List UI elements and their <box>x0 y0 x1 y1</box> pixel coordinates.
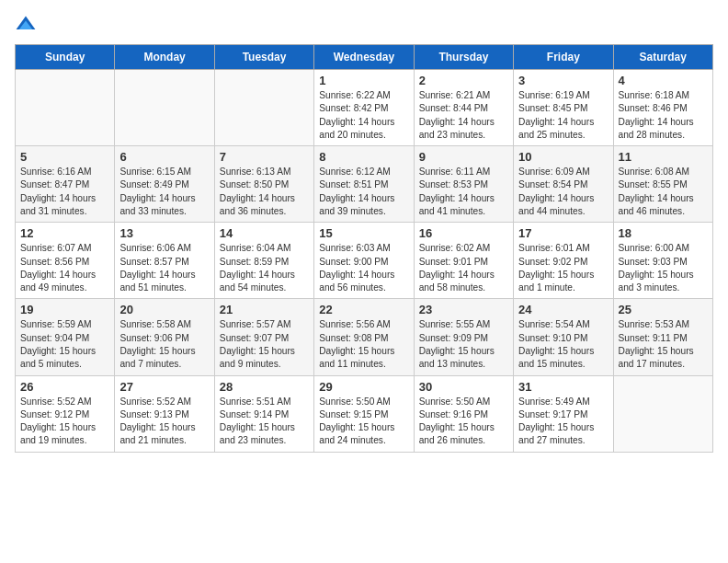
day-info: Sunrise: 5:51 AMSunset: 9:14 PMDaylight:… <box>220 396 309 448</box>
day-number: 31 <box>518 380 608 394</box>
day-number: 5 <box>20 150 109 164</box>
day-cell <box>214 70 313 146</box>
day-number: 24 <box>518 303 608 316</box>
col-header-saturday: Saturday <box>613 45 712 70</box>
day-cell: 19Sunrise: 5:59 AMSunset: 9:04 PMDayligh… <box>16 299 115 375</box>
day-info: Sunrise: 6:04 AMSunset: 8:59 PMDaylight:… <box>220 242 309 294</box>
day-info: Sunrise: 6:22 AMSunset: 8:42 PMDaylight:… <box>319 89 408 142</box>
day-info: Sunrise: 5:53 AMSunset: 9:11 PMDaylight:… <box>619 318 708 371</box>
day-number: 13 <box>119 226 209 240</box>
day-info: Sunrise: 6:07 AMSunset: 8:56 PMDaylight:… <box>20 242 109 294</box>
day-cell <box>115 70 214 146</box>
day-cell: 30Sunrise: 5:50 AMSunset: 9:16 PMDayligh… <box>414 375 513 452</box>
col-header-tuesday: Tuesday <box>214 45 313 70</box>
day-info: Sunrise: 5:49 AMSunset: 9:17 PMDaylight:… <box>518 396 608 448</box>
day-cell: 13Sunrise: 6:06 AMSunset: 8:57 PMDayligh… <box>115 223 214 299</box>
day-cell: 29Sunrise: 5:50 AMSunset: 9:15 PMDayligh… <box>314 375 414 452</box>
day-number: 18 <box>619 226 708 240</box>
day-number: 19 <box>20 303 109 316</box>
day-cell: 18Sunrise: 6:00 AMSunset: 9:03 PMDayligh… <box>613 223 712 299</box>
week-row-4: 19Sunrise: 5:59 AMSunset: 9:04 PMDayligh… <box>16 299 713 375</box>
day-number: 23 <box>419 303 508 316</box>
week-row-5: 26Sunrise: 5:52 AMSunset: 9:12 PMDayligh… <box>16 375 713 452</box>
day-number: 9 <box>419 150 508 164</box>
day-cell: 12Sunrise: 6:07 AMSunset: 8:56 PMDayligh… <box>16 223 115 299</box>
day-info: Sunrise: 6:21 AMSunset: 8:44 PMDaylight:… <box>419 89 508 142</box>
calendar-body: 1Sunrise: 6:22 AMSunset: 8:42 PMDaylight… <box>16 70 713 453</box>
day-cell: 31Sunrise: 5:49 AMSunset: 9:17 PMDayligh… <box>514 375 613 452</box>
day-number: 6 <box>119 150 209 164</box>
day-info: Sunrise: 5:55 AMSunset: 9:09 PMDaylight:… <box>419 318 508 371</box>
day-cell: 17Sunrise: 6:01 AMSunset: 9:02 PMDayligh… <box>514 223 613 299</box>
day-cell: 3Sunrise: 6:19 AMSunset: 8:45 PMDaylight… <box>514 70 613 146</box>
day-number: 27 <box>119 380 209 394</box>
calendar-table: SundayMondayTuesdayWednesdayThursdayFrid… <box>15 44 713 453</box>
logo <box>15 15 40 37</box>
day-cell: 27Sunrise: 5:52 AMSunset: 9:13 PMDayligh… <box>115 375 214 452</box>
day-number: 17 <box>518 226 608 240</box>
day-number: 10 <box>518 150 608 164</box>
day-number: 11 <box>619 150 708 164</box>
col-header-thursday: Thursday <box>414 45 513 70</box>
day-info: Sunrise: 6:12 AMSunset: 8:51 PMDaylight:… <box>319 166 408 218</box>
day-cell: 24Sunrise: 5:54 AMSunset: 9:10 PMDayligh… <box>514 299 613 375</box>
day-number: 12 <box>20 226 109 240</box>
day-info: Sunrise: 5:52 AMSunset: 9:12 PMDaylight:… <box>20 396 109 448</box>
day-info: Sunrise: 6:15 AMSunset: 8:49 PMDaylight:… <box>119 166 209 218</box>
day-cell: 28Sunrise: 5:51 AMSunset: 9:14 PMDayligh… <box>214 375 313 452</box>
day-cell: 22Sunrise: 5:56 AMSunset: 9:08 PMDayligh… <box>314 299 414 375</box>
day-info: Sunrise: 6:08 AMSunset: 8:55 PMDaylight:… <box>619 166 708 218</box>
day-number: 16 <box>419 226 508 240</box>
day-info: Sunrise: 5:57 AMSunset: 9:07 PMDaylight:… <box>220 318 309 371</box>
day-cell: 23Sunrise: 5:55 AMSunset: 9:09 PMDayligh… <box>414 299 513 375</box>
day-info: Sunrise: 5:58 AMSunset: 9:06 PMDaylight:… <box>119 318 209 371</box>
day-number: 4 <box>619 74 708 87</box>
calendar-header-row: SundayMondayTuesdayWednesdayThursdayFrid… <box>16 45 713 70</box>
day-info: Sunrise: 6:00 AMSunset: 9:03 PMDaylight:… <box>619 242 708 294</box>
day-info: Sunrise: 6:01 AMSunset: 9:02 PMDaylight:… <box>518 242 608 294</box>
day-info: Sunrise: 6:02 AMSunset: 9:01 PMDaylight:… <box>419 242 508 294</box>
col-header-sunday: Sunday <box>16 45 115 70</box>
day-number: 7 <box>220 150 309 164</box>
day-number: 30 <box>419 380 508 394</box>
day-cell: 20Sunrise: 5:58 AMSunset: 9:06 PMDayligh… <box>115 299 214 375</box>
day-cell: 10Sunrise: 6:09 AMSunset: 8:54 PMDayligh… <box>514 146 613 223</box>
day-cell: 4Sunrise: 6:18 AMSunset: 8:46 PMDaylight… <box>613 70 712 146</box>
day-cell: 16Sunrise: 6:02 AMSunset: 9:01 PMDayligh… <box>414 223 513 299</box>
day-cell: 9Sunrise: 6:11 AMSunset: 8:53 PMDaylight… <box>414 146 513 223</box>
col-header-friday: Friday <box>514 45 613 70</box>
day-cell <box>613 375 712 452</box>
day-cell: 26Sunrise: 5:52 AMSunset: 9:12 PMDayligh… <box>16 375 115 452</box>
day-cell: 25Sunrise: 5:53 AMSunset: 9:11 PMDayligh… <box>613 299 712 375</box>
day-info: Sunrise: 5:52 AMSunset: 9:13 PMDaylight:… <box>119 396 209 448</box>
day-info: Sunrise: 6:11 AMSunset: 8:53 PMDaylight:… <box>419 166 508 218</box>
day-info: Sunrise: 5:54 AMSunset: 9:10 PMDaylight:… <box>518 318 608 371</box>
week-row-1: 1Sunrise: 6:22 AMSunset: 8:42 PMDaylight… <box>16 70 713 146</box>
day-number: 3 <box>518 74 608 87</box>
day-info: Sunrise: 6:06 AMSunset: 8:57 PMDaylight:… <box>119 242 209 294</box>
col-header-monday: Monday <box>115 45 214 70</box>
day-number: 15 <box>319 226 408 240</box>
day-number: 29 <box>319 380 408 394</box>
week-row-3: 12Sunrise: 6:07 AMSunset: 8:56 PMDayligh… <box>16 223 713 299</box>
day-info: Sunrise: 5:59 AMSunset: 9:04 PMDaylight:… <box>20 318 109 371</box>
day-info: Sunrise: 5:50 AMSunset: 9:16 PMDaylight:… <box>419 396 508 448</box>
day-cell <box>16 70 115 146</box>
day-cell: 2Sunrise: 6:21 AMSunset: 8:44 PMDaylight… <box>414 70 513 146</box>
day-cell: 11Sunrise: 6:08 AMSunset: 8:55 PMDayligh… <box>613 146 712 223</box>
day-cell: 6Sunrise: 6:15 AMSunset: 8:49 PMDaylight… <box>115 146 214 223</box>
day-cell: 5Sunrise: 6:16 AMSunset: 8:47 PMDaylight… <box>16 146 115 223</box>
day-number: 25 <box>619 303 708 316</box>
day-cell: 21Sunrise: 5:57 AMSunset: 9:07 PMDayligh… <box>214 299 313 375</box>
day-info: Sunrise: 6:09 AMSunset: 8:54 PMDaylight:… <box>518 166 608 218</box>
day-number: 20 <box>119 303 209 316</box>
day-number: 22 <box>319 303 408 316</box>
day-number: 21 <box>220 303 309 316</box>
logo-icon <box>15 15 37 37</box>
day-info: Sunrise: 5:56 AMSunset: 9:08 PMDaylight:… <box>319 318 408 371</box>
day-number: 8 <box>319 150 408 164</box>
day-number: 26 <box>20 380 109 394</box>
day-info: Sunrise: 6:16 AMSunset: 8:47 PMDaylight:… <box>20 166 109 218</box>
day-number: 14 <box>220 226 309 240</box>
page-header <box>15 15 713 37</box>
